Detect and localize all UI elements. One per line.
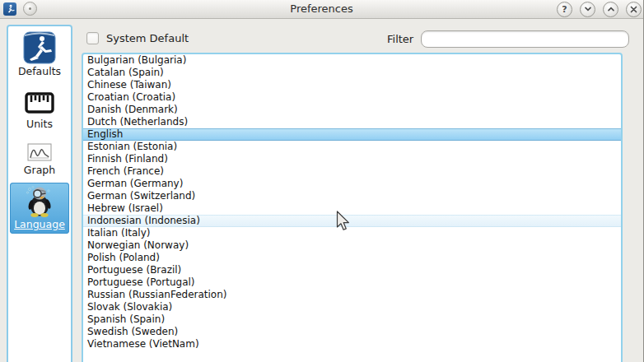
sidebar-panel: Defaults Units Graph Language: [7, 25, 72, 362]
language-row[interactable]: Vietnamese (VietNam): [83, 338, 621, 350]
graph-icon: [27, 143, 52, 161]
language-row[interactable]: Catalan (Spain): [83, 67, 621, 79]
language-row[interactable]: Portuguese (Portugal): [83, 276, 621, 289]
sidebar-item-label: Defaults: [10, 65, 69, 78]
sidebar-item-units[interactable]: Units: [10, 87, 69, 133]
language-row[interactable]: Indonesian (Indonesia): [83, 215, 621, 227]
shade-up-button[interactable]: [603, 2, 618, 17]
language-row[interactable]: Italian (Italy): [83, 227, 621, 239]
filter-input[interactable]: [421, 30, 629, 48]
language-row[interactable]: French (France): [83, 165, 621, 178]
language-row[interactable]: English: [83, 128, 621, 141]
filter-label: Filter: [387, 33, 413, 45]
close-icon: [630, 6, 637, 13]
language-row[interactable]: Bulgarian (Bulgaria): [83, 54, 621, 67]
sidebar-item-graph[interactable]: Graph: [10, 140, 69, 179]
language-row[interactable]: Spanish (Spain): [83, 313, 621, 326]
system-default-label[interactable]: System Default: [106, 32, 189, 44]
language-row[interactable]: German (Germany): [83, 178, 621, 190]
sidebar-item-label: Graph: [10, 164, 69, 177]
ruler-icon: [24, 90, 55, 115]
language-row[interactable]: Slovak (Slovakia): [83, 301, 621, 313]
language-row[interactable]: Estonian (Estonia): [83, 141, 621, 153]
language-row[interactable]: Portuguese (Brazil): [83, 264, 621, 276]
sidebar-item-icon-wrap: [10, 89, 69, 117]
titlebar[interactable]: Preferences ?: [0, 0, 643, 19]
penguin-icon: [23, 184, 56, 217]
sidebar-item-label: Units: [10, 118, 69, 131]
language-row[interactable]: Hebrew (Israel): [83, 202, 621, 215]
language-row[interactable]: Russian (RussianFederation): [83, 289, 621, 301]
chevron-up-icon: [607, 5, 615, 13]
sidebar-item-label: Language: [10, 218, 69, 231]
filter-row: Filter: [387, 30, 629, 48]
language-row[interactable]: Danish (Denmark): [83, 104, 621, 116]
language-list[interactable]: Bulgarian (Bulgaria)Catalan (Spain)Chine…: [82, 53, 623, 362]
system-default-checkbox[interactable]: [86, 32, 99, 44]
language-row[interactable]: Finnish (Finland): [83, 153, 621, 165]
language-row[interactable]: Swedish (Sweden): [83, 326, 621, 338]
language-row[interactable]: Chinese (Taiwan): [83, 79, 621, 91]
language-row[interactable]: Croatian (Croatia): [83, 91, 621, 104]
sidebar-item-defaults[interactable]: Defaults: [10, 30, 69, 81]
shade-down-button[interactable]: [580, 2, 595, 17]
preferences-window: { "window": { "title": "Preferences", "t…: [0, 0, 644, 362]
titlebar-buttons: ?: [557, 1, 642, 17]
language-row[interactable]: Polish (Poland): [83, 252, 621, 264]
language-row[interactable]: Norwegian (Norway): [83, 239, 621, 252]
sidebar-item-icon-wrap: [10, 184, 69, 217]
chevron-down-icon: [584, 5, 592, 13]
language-row[interactable]: Dutch (Netherlands): [83, 116, 621, 128]
window-title: Preferences: [0, 0, 643, 18]
help-button[interactable]: ?: [557, 2, 572, 17]
diver-icon: [23, 31, 56, 64]
sidebar-item-language[interactable]: Language: [10, 183, 69, 234]
language-row[interactable]: German (Switzerland): [83, 190, 621, 202]
sidebar-item-icon-wrap: [10, 31, 69, 64]
sidebar-item-icon-wrap: [10, 142, 69, 163]
close-button[interactable]: [626, 2, 642, 17]
system-default-row: System Default: [86, 32, 189, 44]
